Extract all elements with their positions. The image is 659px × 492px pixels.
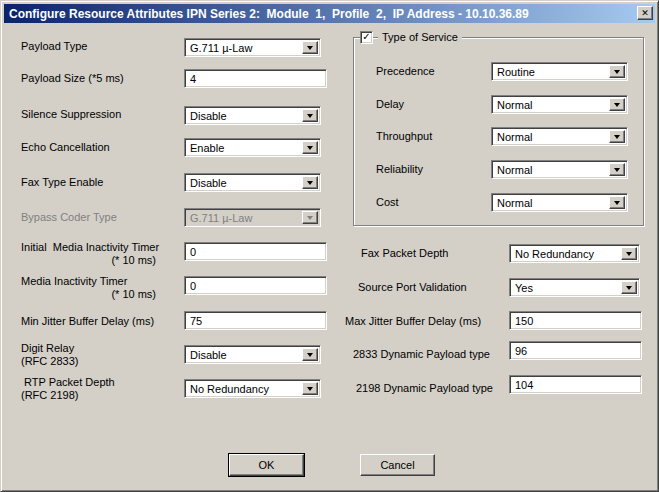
dropdown-arrow-icon[interactable]	[621, 247, 637, 260]
echo-cancellation-value: Enable	[190, 142, 224, 154]
precedence-value: Routine	[497, 66, 535, 78]
dropdown-arrow-icon[interactable]	[302, 176, 318, 189]
down-triangle-icon	[307, 46, 313, 50]
fax-type-enable-select[interactable]: Disable	[184, 173, 321, 192]
bypass-coder-type-label: Bypass Coder Type	[21, 211, 117, 224]
type-of-service-group-label: Type of Service	[378, 31, 462, 43]
dynamic-payload-2833-label: 2833 Dynamic Payload type	[353, 348, 490, 361]
rtp-packet-depth-rfc: (RFC 2198)	[21, 389, 78, 402]
source-port-validation-select[interactable]: Yes	[509, 278, 640, 297]
throughput-label: Throughput	[376, 130, 432, 143]
dynamic-payload-2198-input[interactable]	[509, 375, 642, 394]
min-jitter-buffer-delay-input[interactable]	[184, 311, 327, 330]
down-triangle-icon	[614, 168, 620, 172]
delay-select[interactable]: Normal	[491, 95, 628, 114]
bypass-coder-type-select: G.711 µ-Law	[184, 208, 321, 227]
dynamic-payload-2198-label: 2198 Dynamic Payload type	[356, 382, 493, 395]
down-triangle-icon	[614, 70, 620, 74]
echo-cancellation-label: Echo Cancellation	[21, 141, 110, 154]
type-of-service-checkbox[interactable]: ✓	[360, 31, 373, 44]
digit-relay-value: Disable	[190, 349, 227, 361]
payload-type-value: G.711 µ-Law	[190, 42, 252, 54]
fax-packet-depth-select[interactable]: No Redundancy	[509, 244, 640, 263]
fax-type-enable-label: Fax Type Enable	[21, 176, 103, 189]
down-triangle-icon	[307, 114, 313, 118]
bypass-coder-type-value: G.711 µ-Law	[190, 212, 252, 224]
title-bar[interactable]: Configure Resource Attributes IPN Series…	[4, 4, 655, 23]
close-icon: ✕	[641, 9, 649, 18]
reliability-value: Normal	[497, 164, 532, 176]
down-triangle-icon	[614, 103, 620, 107]
precedence-label: Precedence	[376, 65, 435, 78]
source-port-validation-label: Source Port Validation	[358, 281, 467, 294]
source-port-validation-value: Yes	[515, 282, 533, 294]
cancel-button-label: Cancel	[380, 459, 414, 471]
cancel-button[interactable]: Cancel	[360, 454, 435, 476]
dropdown-arrow-icon[interactable]	[609, 65, 625, 78]
payload-type-select[interactable]: G.711 µ-Law	[184, 38, 321, 57]
digit-relay-rfc: (RFC 2833)	[21, 355, 78, 368]
precedence-select[interactable]: Routine	[491, 62, 628, 81]
payload-size-label: Payload Size (*5 ms)	[21, 72, 124, 85]
down-triangle-icon	[307, 216, 313, 220]
initial-media-inactivity-timer-units: (* 10 ms)	[21, 254, 156, 267]
reliability-label: Reliability	[376, 163, 423, 176]
initial-media-inactivity-timer-input[interactable]	[184, 242, 327, 261]
down-triangle-icon	[626, 252, 632, 256]
media-inactivity-timer-label: Media Inactivity Timer	[21, 275, 127, 288]
max-jitter-buffer-delay-label: Max Jitter Buffer Delay (ms)	[345, 315, 481, 328]
dropdown-arrow-icon[interactable]	[302, 109, 318, 122]
media-inactivity-timer-units: (* 10 ms)	[21, 288, 156, 301]
throughput-select[interactable]: Normal	[491, 127, 628, 146]
silence-suppression-value: Disable	[190, 110, 227, 122]
delay-value: Normal	[497, 99, 532, 111]
silence-suppression-label: Silence Suppression	[21, 108, 121, 121]
close-button[interactable]: ✕	[637, 6, 653, 20]
fax-packet-depth-value: No Redundancy	[515, 248, 594, 260]
payload-type-label: Payload Type	[21, 40, 87, 53]
down-triangle-icon	[307, 181, 313, 185]
digit-relay-label: Digit Relay	[21, 342, 74, 355]
rtp-packet-depth-label: RTP Packet Depth	[24, 376, 115, 389]
check-icon: ✓	[362, 32, 370, 42]
dropdown-arrow-icon[interactable]	[302, 141, 318, 154]
dropdown-arrow-icon	[302, 211, 318, 224]
media-inactivity-timer-input[interactable]	[184, 276, 327, 295]
down-triangle-icon	[626, 286, 632, 290]
digit-relay-select[interactable]: Disable	[184, 345, 321, 364]
dynamic-payload-2833-input[interactable]	[509, 341, 642, 360]
cost-value: Normal	[497, 197, 532, 209]
echo-cancellation-select[interactable]: Enable	[184, 138, 321, 157]
dropdown-arrow-icon[interactable]	[609, 98, 625, 111]
down-triangle-icon	[307, 353, 313, 357]
cost-select[interactable]: Normal	[491, 193, 628, 212]
fax-type-enable-value: Disable	[190, 177, 227, 189]
down-triangle-icon	[614, 201, 620, 205]
cost-label: Cost	[376, 196, 399, 209]
dropdown-arrow-icon[interactable]	[302, 41, 318, 54]
max-jitter-buffer-delay-input[interactable]	[509, 311, 642, 330]
min-jitter-buffer-delay-label: Min Jitter Buffer Delay (ms)	[21, 315, 154, 328]
dropdown-arrow-icon[interactable]	[302, 348, 318, 361]
dropdown-arrow-icon[interactable]	[609, 130, 625, 143]
dropdown-arrow-icon[interactable]	[621, 281, 637, 294]
rtp-packet-depth-value: No Redundancy	[190, 383, 269, 395]
window-title: Configure Resource Attributes IPN Series…	[9, 7, 529, 21]
down-triangle-icon	[614, 135, 620, 139]
silence-suppression-select[interactable]: Disable	[184, 106, 321, 125]
reliability-select[interactable]: Normal	[491, 160, 628, 179]
initial-media-inactivity-timer-label: Initial Media Inactivity Timer	[21, 241, 159, 254]
ok-button[interactable]: OK	[229, 454, 304, 476]
throughput-value: Normal	[497, 131, 532, 143]
payload-size-input[interactable]	[184, 69, 327, 88]
down-triangle-icon	[307, 146, 313, 150]
configure-resource-attributes-dialog: Configure Resource Attributes IPN Series…	[0, 0, 659, 492]
delay-label: Delay	[376, 98, 404, 111]
fax-packet-depth-label: Fax Packet Depth	[361, 247, 448, 260]
ok-button-label: OK	[259, 459, 275, 471]
rtp-packet-depth-select[interactable]: No Redundancy	[184, 379, 321, 398]
dropdown-arrow-icon[interactable]	[609, 163, 625, 176]
dropdown-arrow-icon[interactable]	[609, 196, 625, 209]
down-triangle-icon	[307, 387, 313, 391]
dropdown-arrow-icon[interactable]	[302, 382, 318, 395]
